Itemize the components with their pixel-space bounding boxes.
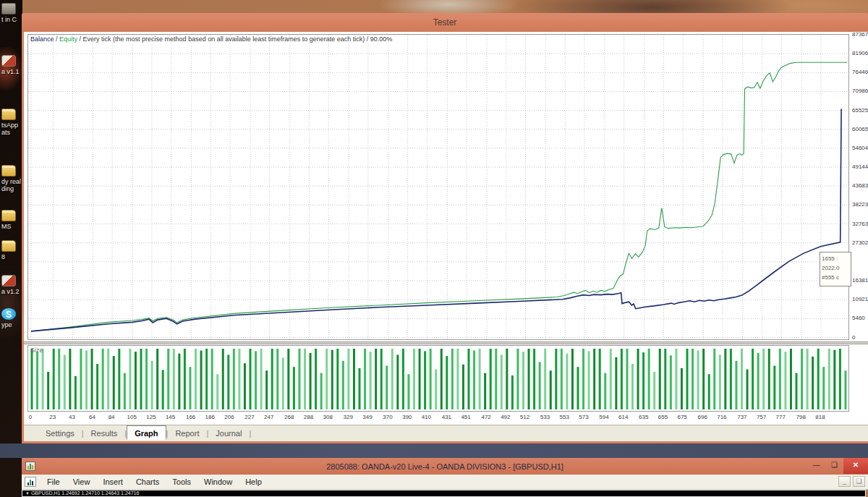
x-tick-label: 23 bbox=[49, 414, 56, 420]
x-tick-label: 64 bbox=[89, 414, 95, 420]
desktop-icon-3[interactable]: dy realding bbox=[1, 165, 22, 192]
x-tick-label: 635 bbox=[639, 414, 648, 420]
logo-icon bbox=[1, 275, 16, 286]
x-tick-label: 614 bbox=[618, 414, 628, 420]
desktop-icon-5[interactable]: 8 bbox=[1, 240, 22, 260]
folder-icon bbox=[1, 109, 16, 120]
desktop-icon-1[interactable]: a v1.1 bbox=[1, 55, 22, 75]
y-tick-label: 16381 bbox=[852, 277, 868, 284]
legend-balance: Balance bbox=[30, 35, 54, 43]
x-tick-label: 594 bbox=[599, 414, 608, 420]
legend-quality: 90.00% bbox=[370, 35, 393, 43]
minimize-button[interactable]: — bbox=[807, 458, 825, 474]
menu-item-charts[interactable]: Charts bbox=[129, 476, 166, 488]
y-tick-label: 65525 bbox=[852, 107, 868, 114]
tooltip-line: 1655 : bbox=[822, 254, 849, 263]
desktop-icon-label: a v1.1 bbox=[1, 68, 22, 75]
x-tick-label: 247 bbox=[264, 414, 273, 420]
tab-report[interactable]: Report bbox=[168, 428, 206, 439]
desktop-icon-strip: t in Ca v1.1tsAppatsdy realdingMS8a v1.2… bbox=[0, 0, 22, 497]
balance-equity-chart[interactable]: Balance / Equity / Every tick (the most … bbox=[27, 34, 849, 340]
tab-journal[interactable]: Journal bbox=[208, 428, 249, 439]
x-tick-label: 308 bbox=[323, 414, 332, 420]
desktop-icon-label: t in C bbox=[1, 16, 22, 23]
desktop-icon-label: ats bbox=[1, 129, 22, 136]
x-tick-label: 166 bbox=[186, 414, 195, 420]
y-tick-label: 27302 bbox=[852, 239, 868, 246]
skype-icon: S bbox=[1, 308, 16, 320]
desktop-icon-7[interactable]: Sype bbox=[1, 308, 22, 328]
y-tick-label: 54604 bbox=[852, 145, 868, 151]
desktop-icon-2[interactable]: tsAppats bbox=[1, 109, 22, 136]
mdi-controls: _ ❏ bbox=[838, 476, 865, 487]
folder-icon bbox=[1, 210, 16, 221]
x-tick-label: 533 bbox=[540, 414, 550, 420]
chart-legend: Balance / Equity / Every tick (the most … bbox=[30, 35, 392, 43]
menu-item-view[interactable]: View bbox=[67, 476, 97, 488]
menu-item-insert[interactable]: Insert bbox=[96, 476, 129, 488]
x-tick-label: 349 bbox=[362, 414, 372, 420]
tab-settings[interactable]: Settings bbox=[38, 428, 82, 439]
mt4-window-title: 2805088: OANDA-v20 Live-4 - OANDA DIVISI… bbox=[22, 462, 868, 471]
x-tick-label: 43 bbox=[69, 414, 75, 420]
menu-item-file[interactable]: File bbox=[41, 476, 67, 488]
y-tick-label: 10921 bbox=[852, 296, 868, 302]
menu-item-tools[interactable]: Tools bbox=[166, 476, 197, 488]
dropdown-arrow-icon[interactable]: ▼ bbox=[25, 491, 30, 496]
x-tick-label: 757 bbox=[757, 414, 766, 420]
panel-splitter[interactable] bbox=[24, 341, 868, 344]
y-tick-label: 32763 bbox=[852, 221, 868, 227]
desktop-icon-label: a v1.2 bbox=[1, 288, 22, 295]
legend-model: Every tick (the most precise method base… bbox=[83, 35, 365, 43]
lot-size-panel[interactable]: Size bbox=[27, 345, 849, 412]
legend-equity: Equity bbox=[59, 35, 77, 43]
maximize-button[interactable]: ❏ bbox=[825, 458, 843, 474]
y-tick-label: 43683 bbox=[852, 182, 868, 189]
menu-item-help[interactable]: Help bbox=[239, 476, 268, 488]
logo-icon bbox=[1, 55, 16, 67]
x-tick-label: 573 bbox=[579, 414, 588, 420]
legend-sep1: / bbox=[54, 35, 60, 43]
mt4-titlebar[interactable]: 2805088: OANDA-v20 Live-4 - OANDA DIVISI… bbox=[22, 458, 868, 475]
close-button[interactable]: ✕ bbox=[843, 458, 868, 474]
x-tick-label: 329 bbox=[344, 414, 353, 420]
x-tick-label: 472 bbox=[481, 414, 490, 420]
tester-tabs: Settings|Results|Graph|Report|Journal| bbox=[24, 425, 868, 441]
x-tick-label: 145 bbox=[166, 414, 175, 420]
x-tick-label: 492 bbox=[501, 414, 510, 420]
x-tick-label: 227 bbox=[244, 414, 254, 420]
mt4-window: 2805088: OANDA-v20 Live-4 - OANDA DIVISI… bbox=[22, 458, 868, 497]
x-tick-label: 431 bbox=[442, 414, 451, 420]
x-tick-label: 84 bbox=[109, 414, 115, 420]
y-axis-labels: 0546010921163812730232763382234368349144… bbox=[851, 34, 868, 340]
quote-symbol: GBPUSD,H1 bbox=[31, 490, 60, 496]
y-tick-label: 76446 bbox=[852, 69, 868, 75]
x-tick-label: 798 bbox=[796, 414, 806, 420]
tester-body: Balance / Equity / Every tick (the most … bbox=[24, 32, 868, 441]
x-tick-label: 370 bbox=[383, 414, 392, 420]
y-tick-label: 87367 bbox=[852, 31, 868, 38]
desktop-icon-6[interactable]: a v1.2 bbox=[1, 275, 22, 295]
x-tick-label: 512 bbox=[520, 414, 529, 420]
x-tick-label: 125 bbox=[146, 414, 156, 420]
size-bars-canvas bbox=[28, 346, 848, 411]
tab-results[interactable]: Results bbox=[84, 428, 125, 439]
x-axis-labels: 0234364841051251451661862062272472682883… bbox=[27, 413, 849, 423]
desktop-icon-label: tsApp bbox=[1, 122, 22, 129]
desktop-icon-4[interactable]: MS bbox=[1, 210, 22, 230]
x-tick-label: 0 bbox=[29, 414, 32, 420]
app-icon bbox=[1, 3, 16, 14]
desktop-icon-0[interactable]: t in C bbox=[1, 3, 22, 23]
mdi-minimize-button[interactable]: _ bbox=[838, 476, 851, 487]
tooltip-line: 2022.0 bbox=[822, 263, 849, 273]
background-window-strip bbox=[0, 443, 868, 458]
x-tick-label: 737 bbox=[737, 414, 746, 420]
quote-bar: ▼ GBPUSD,H1 1.24692 1.24710 1.24643 1.24… bbox=[22, 490, 866, 497]
x-tick-label: 655 bbox=[658, 414, 668, 420]
tester-titlebar[interactable]: Tester bbox=[22, 13, 868, 32]
chart-canvas bbox=[28, 35, 848, 339]
menu-item-window[interactable]: Window bbox=[197, 476, 239, 488]
mdi-restore-button[interactable]: ❏ bbox=[853, 476, 865, 487]
tab-graph[interactable]: Graph bbox=[127, 425, 166, 440]
chart-menu-icon bbox=[25, 477, 36, 487]
